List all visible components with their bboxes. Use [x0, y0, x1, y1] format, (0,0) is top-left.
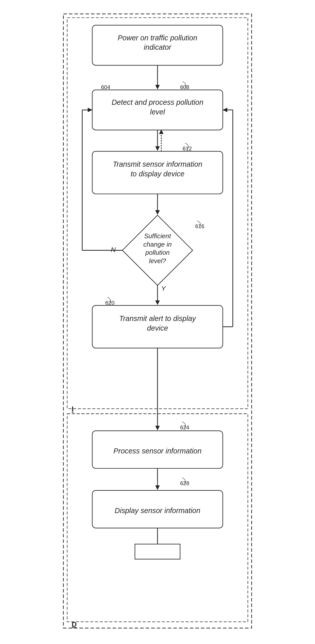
box3-line1: Transmit sensor information — [113, 160, 202, 168]
svg-marker-14 — [122, 215, 193, 285]
svg-marker-10 — [159, 129, 164, 134]
ref-612: 612 — [183, 145, 192, 152]
ref-628: 628 — [180, 480, 189, 486]
diamond-line3: pollution — [145, 249, 170, 256]
svg-rect-2 — [67, 414, 248, 622]
n-label: N — [111, 246, 116, 253]
svg-rect-3 — [92, 25, 223, 65]
svg-rect-0 — [64, 14, 252, 628]
svg-marker-31 — [155, 485, 160, 490]
box5-text: Process sensor information — [114, 447, 202, 455]
svg-rect-34 — [135, 544, 180, 559]
svg-marker-13 — [155, 210, 160, 215]
svg-marker-18 — [88, 108, 92, 112]
ref-620: 620 — [105, 300, 115, 306]
ref-624: 624 — [180, 424, 189, 431]
svg-rect-29 — [92, 431, 223, 468]
section-d-label: D — [72, 620, 77, 628]
box1-line2: indicator — [144, 43, 172, 51]
svg-rect-1 — [67, 18, 248, 409]
box3-line2: to display device — [131, 170, 184, 178]
svg-marker-20 — [155, 300, 160, 305]
diamond-line2: change in — [143, 241, 171, 248]
ref-604: 604 — [101, 84, 110, 90]
svg-marker-5 — [155, 85, 160, 89]
svg-rect-32 — [92, 490, 223, 528]
diamond-line1: Sufficient — [144, 232, 171, 240]
svg-rect-6 — [92, 90, 223, 130]
box2-line1: Detect and process pollution — [112, 98, 203, 106]
section-i-label: I — [72, 405, 74, 413]
box6-text: Display sensor information — [115, 506, 200, 515]
box2-line2: level — [150, 108, 165, 116]
svg-marker-25 — [223, 108, 227, 112]
svg-marker-28 — [155, 426, 160, 430]
svg-rect-11 — [92, 151, 223, 194]
box1-line1: Power on traffic pollution — [118, 34, 197, 42]
box4-line1: Transmit alert to display — [119, 314, 196, 323]
diagram-container: I D Power on traffic pollution indicator… — [58, 10, 257, 632]
diamond-line4: level? — [149, 257, 166, 264]
svg-rect-21 — [92, 306, 223, 348]
y-label: Y — [161, 285, 166, 292]
box4-line2: device — [147, 324, 168, 332]
ref-608: 608 — [180, 84, 189, 90]
ref-616: 616 — [195, 223, 204, 229]
svg-marker-8 — [155, 146, 160, 151]
